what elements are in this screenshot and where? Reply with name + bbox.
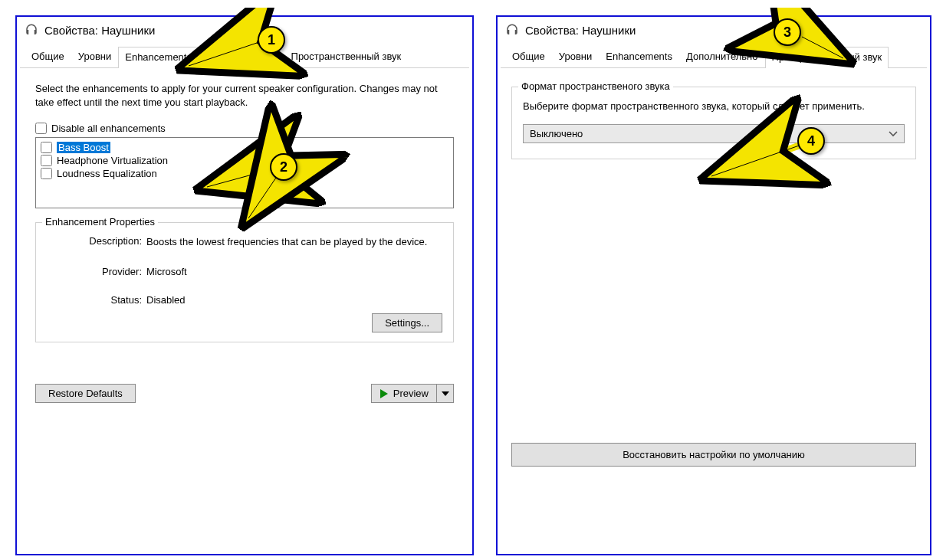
disable-all-checkbox[interactable] (35, 123, 47, 134)
preview-button[interactable]: Preview (372, 385, 436, 402)
disable-all-checkbox-row[interactable]: Disable all enhancements (35, 123, 454, 134)
tab-spatial-sound[interactable]: Пространственный звук (765, 47, 889, 68)
caret-down-icon (442, 391, 449, 396)
tab-enhancements[interactable]: Enhancements (599, 46, 679, 67)
tab-spatial-sound[interactable]: Пространственный звук (284, 46, 409, 67)
enhancement-item-bass-boost[interactable]: Bass Boost (41, 141, 448, 154)
tab-levels[interactable]: Уровни (552, 46, 599, 67)
properties-grid: Description: Boosts the lowest frequenci… (47, 235, 442, 306)
bottom-button-row: Restore Defaults Preview (35, 384, 454, 403)
provider-label: Provider: (47, 266, 146, 277)
preview-split-button[interactable]: Preview (371, 384, 454, 403)
spatial-format-combobox[interactable]: Выключено (523, 124, 905, 143)
restore-defaults-button[interactable]: Восстановить настройки по умолчанию (511, 443, 916, 467)
play-icon (379, 389, 389, 398)
window-title: Свойства: Наушники (44, 24, 155, 37)
spatial-instructions: Выберите формат пространственного звука,… (523, 100, 905, 114)
restore-defaults-button[interactable]: Restore Defaults (35, 384, 136, 403)
chevron-down-icon (889, 131, 898, 137)
tab-levels[interactable]: Уровни (71, 46, 118, 67)
preview-dropdown-caret[interactable] (436, 385, 453, 402)
window-titlebar: Свойства: Наушники (498, 17, 930, 46)
properties-window-enhancements: Свойства: Наушники Общие Уровни Enhancem… (15, 15, 474, 555)
enhancement-checkbox[interactable] (41, 168, 52, 179)
enhancement-item-headphone-virtualization[interactable]: Headphone Virtualization (41, 154, 448, 167)
enhancement-item-loudness-equalization[interactable]: Loudness Equalization (41, 167, 448, 180)
tab-general[interactable]: Общие (505, 46, 552, 67)
callout-4: 4 (797, 127, 825, 155)
headphones-icon (25, 23, 38, 37)
group-legend: Формат пространственого звука (518, 80, 673, 92)
tab-strip: Общие Уровни Enhancements Дополнительно … (20, 46, 469, 68)
status-value: Disabled (146, 294, 442, 306)
tab-general[interactable]: Общие (25, 46, 71, 67)
window-titlebar: Свойства: Наушники (17, 17, 472, 46)
enhancement-checkbox[interactable] (41, 155, 52, 166)
description-value: Boosts the lowest frequencies that can b… (146, 235, 442, 249)
enhancement-label: Bass Boost (57, 142, 110, 153)
preview-label: Preview (393, 388, 429, 399)
callout-2: 2 (270, 153, 297, 181)
status-label: Status: (47, 294, 146, 306)
tab-content: Select the enhancements to apply for you… (17, 68, 472, 418)
window-title: Свойства: Наушники (525, 24, 636, 37)
group-legend: Enhancement Properties (42, 216, 158, 228)
provider-value: Microsoft (146, 266, 442, 277)
settings-button[interactable]: Settings... (372, 313, 442, 332)
tab-advanced[interactable]: Дополнительно (679, 46, 765, 67)
headphones-icon (505, 23, 519, 37)
enhancements-list: Bass Boost Headphone Virtualization Loud… (35, 137, 454, 208)
enhancement-label: Headphone Virtualization (57, 155, 168, 166)
enhancements-instructions: Select the enhancements to apply for you… (35, 82, 454, 111)
properties-window-spatial-sound: Свойства: Наушники Общие Уровни Enhancem… (496, 15, 931, 555)
disable-all-label: Disable all enhancements (51, 123, 166, 134)
tab-content: Формат пространственого звука Выберите ф… (498, 68, 930, 481)
description-label: Description: (47, 235, 146, 249)
spatial-sound-format-group: Формат пространственого звука Выберите ф… (511, 87, 916, 160)
callout-3: 3 (774, 18, 801, 46)
enhancement-properties-group: Enhancement Properties Description: Boos… (35, 222, 454, 342)
tab-strip: Общие Уровни Enhancements Дополнительно … (501, 46, 927, 68)
combobox-value: Выключено (530, 128, 889, 139)
enhancement-checkbox[interactable] (41, 142, 52, 153)
tab-enhancements[interactable]: Enhancements (118, 47, 199, 68)
callout-1: 1 (258, 26, 285, 54)
enhancement-label: Loudness Equalization (57, 168, 157, 179)
